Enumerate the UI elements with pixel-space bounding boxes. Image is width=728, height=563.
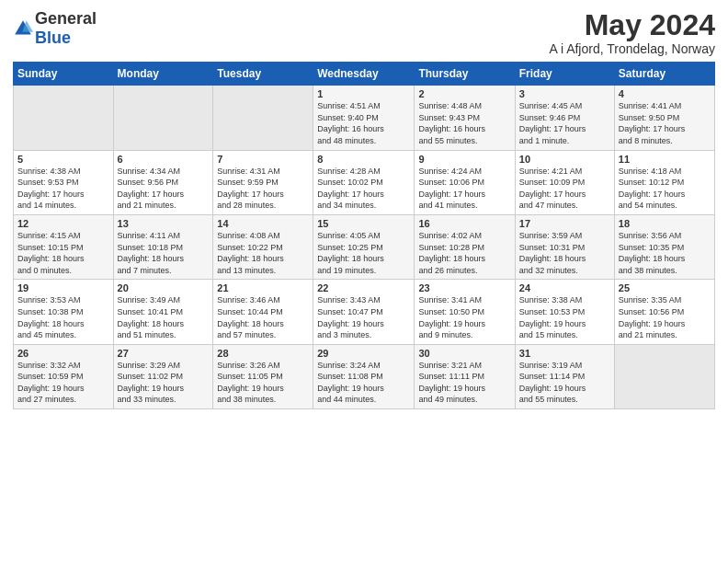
header-right: May 2024 A i Afjord, Trondelag, Norway	[549, 9, 715, 56]
day-number: 8	[317, 154, 410, 165]
day-info: Sunrise: 4:48 AMSunset: 9:43 PMDaylight:…	[418, 100, 510, 146]
logo: General Blue	[13, 9, 97, 48]
day-info: Sunrise: 4:28 AMSunset: 10:02 PMDaylight…	[317, 166, 410, 212]
logo-general: General	[35, 9, 97, 28]
day-info: Sunrise: 4:51 AMSunset: 9:40 PMDaylight:…	[317, 100, 410, 146]
day-number: 5	[17, 154, 109, 165]
calendar-cell: 3Sunrise: 4:45 AMSunset: 9:46 PMDaylight…	[515, 86, 614, 150]
calendar-cell: 9Sunrise: 4:24 AMSunset: 10:06 PMDayligh…	[415, 150, 515, 214]
calendar-cell: 1Sunrise: 4:51 AMSunset: 9:40 PMDaylight…	[313, 86, 415, 150]
day-info: Sunrise: 3:59 AMSunset: 10:31 PMDaylight…	[519, 230, 610, 276]
col-wednesday: Wednesday	[313, 63, 415, 86]
calendar-cell: 8Sunrise: 4:28 AMSunset: 10:02 PMDayligh…	[313, 150, 415, 214]
calendar-cell	[614, 344, 714, 408]
logo-icon	[13, 18, 33, 39]
day-info: Sunrise: 4:15 AMSunset: 10:15 PMDaylight…	[17, 230, 109, 276]
calendar-cell: 31Sunrise: 3:19 AMSunset: 11:14 PMDaylig…	[515, 344, 614, 408]
calendar-week-1: 1Sunrise: 4:51 AMSunset: 9:40 PMDaylight…	[14, 86, 715, 150]
day-number: 22	[317, 282, 410, 293]
calendar: Sunday Monday Tuesday Wednesday Thursday…	[13, 62, 715, 409]
day-info: Sunrise: 4:41 AMSunset: 9:50 PMDaylight:…	[619, 100, 711, 146]
day-info: Sunrise: 4:11 AMSunset: 10:18 PMDaylight…	[118, 230, 210, 276]
day-number: 12	[17, 218, 109, 229]
calendar-cell: 18Sunrise: 3:56 AMSunset: 10:35 PMDaylig…	[614, 214, 714, 279]
day-info: Sunrise: 4:21 AMSunset: 10:09 PMDaylight…	[519, 166, 610, 212]
calendar-week-4: 19Sunrise: 3:53 AMSunset: 10:38 PMDaylig…	[14, 280, 715, 344]
day-info: Sunrise: 3:53 AMSunset: 10:38 PMDaylight…	[17, 294, 109, 340]
calendar-cell	[213, 86, 313, 150]
day-number: 25	[619, 282, 711, 293]
calendar-cell: 2Sunrise: 4:48 AMSunset: 9:43 PMDaylight…	[415, 86, 515, 150]
calendar-cell: 11Sunrise: 4:18 AMSunset: 10:12 PMDaylig…	[614, 150, 714, 214]
calendar-cell: 30Sunrise: 3:21 AMSunset: 11:11 PMDaylig…	[415, 344, 515, 408]
day-number: 6	[118, 154, 210, 165]
day-number: 19	[17, 282, 109, 293]
calendar-cell: 17Sunrise: 3:59 AMSunset: 10:31 PMDaylig…	[515, 214, 614, 279]
header: General Blue May 2024 A i Afjord, Tronde…	[13, 9, 715, 56]
calendar-cell: 5Sunrise: 4:38 AMSunset: 9:53 PMDaylight…	[14, 150, 114, 214]
day-number: 26	[17, 348, 109, 359]
calendar-header-row: Sunday Monday Tuesday Wednesday Thursday…	[14, 63, 715, 86]
logo-text: General Blue	[35, 9, 97, 48]
day-number: 17	[519, 218, 610, 229]
day-info: Sunrise: 4:31 AMSunset: 9:59 PMDaylight:…	[217, 166, 309, 212]
day-number: 29	[317, 348, 410, 359]
day-number: 2	[418, 88, 510, 99]
day-info: Sunrise: 3:46 AMSunset: 10:44 PMDaylight…	[217, 294, 309, 340]
day-number: 11	[619, 154, 711, 165]
calendar-cell: 20Sunrise: 3:49 AMSunset: 10:41 PMDaylig…	[113, 280, 213, 344]
day-info: Sunrise: 3:49 AMSunset: 10:41 PMDaylight…	[118, 294, 210, 340]
calendar-week-3: 12Sunrise: 4:15 AMSunset: 10:15 PMDaylig…	[14, 214, 715, 279]
calendar-cell	[113, 86, 213, 150]
calendar-cell: 29Sunrise: 3:24 AMSunset: 11:08 PMDaylig…	[313, 344, 415, 408]
day-number: 20	[118, 282, 210, 293]
calendar-cell: 4Sunrise: 4:41 AMSunset: 9:50 PMDaylight…	[614, 86, 714, 150]
day-info: Sunrise: 3:19 AMSunset: 11:14 PMDaylight…	[519, 360, 610, 406]
day-number: 28	[217, 348, 309, 359]
day-info: Sunrise: 3:35 AMSunset: 10:56 PMDaylight…	[619, 294, 711, 340]
calendar-cell: 21Sunrise: 3:46 AMSunset: 10:44 PMDaylig…	[213, 280, 313, 344]
day-info: Sunrise: 3:43 AMSunset: 10:47 PMDaylight…	[317, 294, 410, 340]
day-info: Sunrise: 3:32 AMSunset: 10:59 PMDaylight…	[17, 360, 109, 406]
calendar-cell: 19Sunrise: 3:53 AMSunset: 10:38 PMDaylig…	[14, 280, 114, 344]
day-number: 7	[217, 154, 309, 165]
calendar-cell: 23Sunrise: 3:41 AMSunset: 10:50 PMDaylig…	[415, 280, 515, 344]
day-info: Sunrise: 3:24 AMSunset: 11:08 PMDaylight…	[317, 360, 410, 406]
day-info: Sunrise: 3:21 AMSunset: 11:11 PMDaylight…	[418, 360, 510, 406]
day-number: 27	[118, 348, 210, 359]
calendar-cell: 28Sunrise: 3:26 AMSunset: 11:05 PMDaylig…	[213, 344, 313, 408]
day-number: 24	[519, 282, 610, 293]
calendar-cell: 27Sunrise: 3:29 AMSunset: 11:02 PMDaylig…	[113, 344, 213, 408]
day-number: 10	[519, 154, 610, 165]
col-friday: Friday	[515, 63, 614, 86]
calendar-cell: 13Sunrise: 4:11 AMSunset: 10:18 PMDaylig…	[113, 214, 213, 279]
day-info: Sunrise: 3:29 AMSunset: 11:02 PMDaylight…	[118, 360, 210, 406]
col-sunday: Sunday	[14, 63, 114, 86]
day-number: 30	[418, 348, 510, 359]
day-number: 3	[519, 88, 610, 99]
day-number: 23	[418, 282, 510, 293]
calendar-cell: 14Sunrise: 4:08 AMSunset: 10:22 PMDaylig…	[213, 214, 313, 279]
day-info: Sunrise: 4:18 AMSunset: 10:12 PMDaylight…	[619, 166, 711, 212]
calendar-cell: 15Sunrise: 4:05 AMSunset: 10:25 PMDaylig…	[313, 214, 415, 279]
calendar-cell: 10Sunrise: 4:21 AMSunset: 10:09 PMDaylig…	[515, 150, 614, 214]
month-title: May 2024	[549, 9, 715, 41]
calendar-week-2: 5Sunrise: 4:38 AMSunset: 9:53 PMDaylight…	[14, 150, 715, 214]
day-number: 14	[217, 218, 309, 229]
day-info: Sunrise: 3:26 AMSunset: 11:05 PMDaylight…	[217, 360, 309, 406]
day-number: 4	[619, 88, 711, 99]
day-info: Sunrise: 4:02 AMSunset: 10:28 PMDaylight…	[418, 230, 510, 276]
calendar-cell: 26Sunrise: 3:32 AMSunset: 10:59 PMDaylig…	[14, 344, 114, 408]
col-thursday: Thursday	[415, 63, 515, 86]
calendar-cell: 24Sunrise: 3:38 AMSunset: 10:53 PMDaylig…	[515, 280, 614, 344]
day-number: 16	[418, 218, 510, 229]
day-number: 18	[619, 218, 711, 229]
day-number: 21	[217, 282, 309, 293]
calendar-cell: 25Sunrise: 3:35 AMSunset: 10:56 PMDaylig…	[614, 280, 714, 344]
calendar-cell: 22Sunrise: 3:43 AMSunset: 10:47 PMDaylig…	[313, 280, 415, 344]
logo-blue: Blue	[35, 29, 71, 47]
day-number: 13	[118, 218, 210, 229]
day-number: 31	[519, 348, 610, 359]
day-info: Sunrise: 3:41 AMSunset: 10:50 PMDaylight…	[418, 294, 510, 340]
calendar-cell: 12Sunrise: 4:15 AMSunset: 10:15 PMDaylig…	[14, 214, 114, 279]
